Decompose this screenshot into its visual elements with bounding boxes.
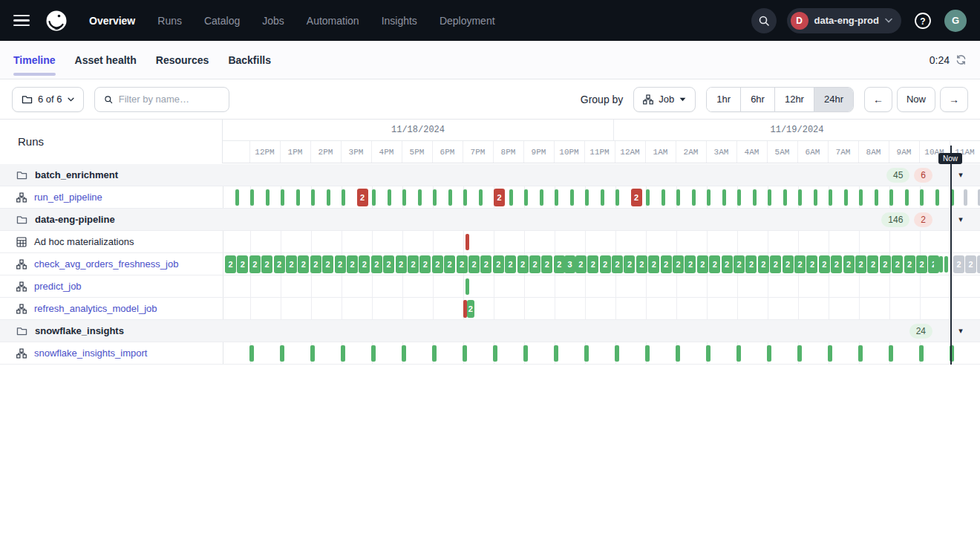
run-bar-green[interactable]: 2 [855,255,866,273]
run-bar-green[interactable]: 2 [505,255,516,273]
run-bar-green[interactable] [753,189,757,206]
run-bar-green[interactable] [829,189,832,206]
run-bar-green[interactable]: 2 [587,255,598,273]
run-bar-green[interactable]: 2 [541,255,552,273]
run-bar-green[interactable] [493,345,497,362]
run-bar-green[interactable]: 2 [335,255,346,273]
run-bar-green[interactable]: 2 [843,255,855,273]
run-bar-green[interactable] [615,189,619,206]
run-bar-green[interactable]: 2 [612,255,623,273]
run-bar-green[interactable] [920,189,924,206]
run-bar-green[interactable] [797,345,802,362]
run-bar-green[interactable]: 2 [661,255,672,273]
run-bar-green[interactable] [280,345,284,362]
run-bar-green[interactable]: 2 [286,255,297,273]
run-bar-green[interactable] [296,189,300,206]
run-bar-green[interactable]: 2 [457,255,468,273]
help-icon[interactable]: ? [912,10,934,32]
job-link[interactable]: predict_job [34,281,82,292]
timeline-next-button[interactable]: → [940,87,968,112]
run-bar-green[interactable] [844,189,848,206]
run-bar-green[interactable]: 2 [419,255,431,273]
run-bar-green[interactable]: 2 [892,255,903,273]
run-bar-green[interactable] [388,189,391,206]
run-bar-green[interactable] [858,345,863,362]
run-bar-green[interactable] [814,189,817,206]
run-bar-green[interactable] [706,345,710,362]
timeline-now-button[interactable]: Now [897,87,935,112]
run-bar-green[interactable] [540,189,543,206]
run-bar-green[interactable] [875,189,878,206]
run-bar-green[interactable]: 3 [564,255,575,273]
run-bar-green[interactable]: 2 [600,255,611,273]
group-by-dropdown[interactable]: Job [633,87,696,112]
run-bar-green[interactable] [341,345,345,362]
run-bar-green[interactable] [402,189,406,206]
run-bar-green[interactable] [463,189,467,206]
run-bar-green[interactable]: 2 [237,255,248,273]
run-bar-green[interactable] [859,189,863,206]
filter-by-name-input[interactable] [119,94,220,105]
run-bar-green[interactable]: 2 [554,255,565,273]
run-bar-green[interactable]: 2 [831,255,842,273]
hamburger-menu-icon[interactable] [13,15,30,27]
run-bar-green[interactable]: 2 [709,255,720,273]
run-bar-green[interactable] [736,345,741,362]
run-bar-green[interactable]: 2 [904,255,915,273]
tab-backfills[interactable]: Backfills [228,41,271,79]
job-link[interactable]: refresh_analytics_model_job [34,303,157,314]
run-bar-green[interactable] [249,345,254,362]
repo-selector-dropdown[interactable]: 6 of 6 [12,87,84,112]
run-bar-green[interactable] [919,345,924,362]
run-bar-green[interactable]: 2 [880,255,891,273]
run-bar-green[interactable] [905,189,909,206]
run-bar-green[interactable]: 2 [806,255,817,273]
job-link[interactable]: snowflake_insights_import [34,347,147,359]
run-bar-green[interactable]: 2 [432,255,443,273]
run-bar-green[interactable]: 2 [529,255,540,273]
run-bar-gray[interactable]: 2 [953,255,964,273]
job-link[interactable]: check_avg_orders_freshness_job [34,258,178,270]
run-bar-green[interactable] [327,189,330,206]
run-bar-green[interactable] [554,345,558,362]
run-bar-green[interactable] [432,345,437,362]
run-bar-green[interactable] [646,189,650,206]
range-12hr-button[interactable]: 12hr [774,88,814,111]
run-bar-green[interactable]: 2 [371,255,382,273]
run-bar-green[interactable] [601,189,604,206]
run-bar-green[interactable] [692,189,696,206]
run-bar-green[interactable]: 2 [745,255,757,273]
run-bar-green[interactable]: 2 [734,255,745,273]
run-bar-green[interactable]: 2 [383,255,394,273]
run-bar-red[interactable] [466,234,469,250]
run-bar-green[interactable]: 2 [261,255,272,273]
run-bar-green[interactable] [523,345,528,362]
run-bar-green[interactable]: 2 [819,255,830,273]
run-bar-gray[interactable]: 2 [977,255,980,273]
run-bar-green[interactable] [615,345,619,362]
run-bar-green[interactable] [266,189,270,206]
run-bar-green[interactable] [645,345,650,362]
search-icon[interactable] [751,8,777,33]
run-bar-green[interactable] [935,189,939,206]
run-bar-red[interactable]: 2 [494,189,505,206]
run-bar-green[interactable]: 2 [722,255,733,273]
run-bar-green[interactable] [798,189,802,206]
range-1hr-button[interactable]: 1hr [707,88,740,111]
run-bar-green[interactable]: 2 [274,255,285,273]
run-bar-green[interactable] [250,189,254,206]
nav-item-jobs[interactable]: Jobs [262,15,284,27]
run-bar-green[interactable]: 2 [697,255,708,273]
refresh-icon[interactable] [956,54,967,65]
run-bar-green[interactable] [768,189,771,206]
run-bar-green[interactable] [418,189,422,206]
run-bar-green[interactable] [509,189,513,206]
user-avatar[interactable]: G [944,10,967,32]
run-bar-green[interactable]: 2 [517,255,529,273]
run-bar-green[interactable] [889,189,893,206]
tab-resources[interactable]: Resources [156,41,209,79]
run-bar-green[interactable]: 2 [758,255,769,273]
nav-item-automation[interactable]: Automation [307,15,359,27]
job-link[interactable]: run_etl_pipeline [34,192,102,203]
run-bar-green[interactable]: 2 [347,255,358,273]
